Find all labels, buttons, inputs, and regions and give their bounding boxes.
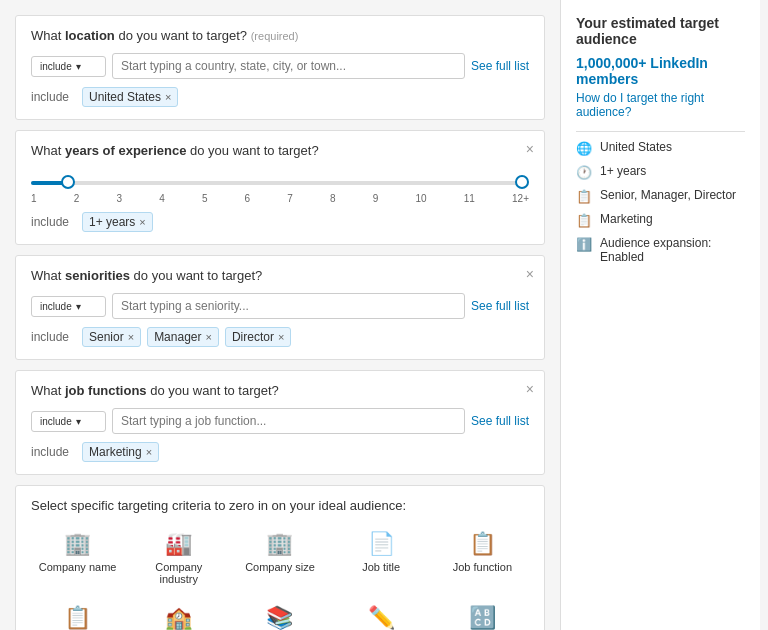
location-tag-us-remove[interactable]: × [165,91,171,103]
sidebar-divider [576,131,745,132]
job-function-tag-marketing-remove[interactable]: × [146,446,152,458]
targeting-company-name[interactable]: 🏢 Company name [31,525,124,591]
seniorities-see-full-list-link[interactable]: See full list [471,299,529,313]
location-see-full-list-link[interactable]: See full list [471,59,529,73]
company-industry-label: Company industry [138,561,219,585]
seniority-icon: 📋 [576,189,592,204]
seniorities-title: What seniorities do you want to target? [31,268,529,283]
targeting-company-industry[interactable]: 🏭 Company industry [132,525,225,591]
experience-include-label: include [31,215,76,229]
targeting-member-schools[interactable]: 🏫 Member schools [132,599,225,630]
chevron-down-icon: ▾ [76,416,81,427]
company-size-label: Company size [245,561,315,573]
job-seniority-icon: 📋 [64,605,91,630]
job-functions-close-button[interactable]: × [526,381,534,397]
seniorities-include-label: include [31,330,76,344]
targeting-job-function[interactable]: 📋 Job function [436,525,529,591]
targeting-job-title[interactable]: 📄 Job title [335,525,428,591]
location-search-input[interactable] [112,53,465,79]
sidebar-item-location: 🌐 United States [576,140,745,156]
job-functions-section: × What job functions do you want to targ… [15,370,545,475]
location-tags-row: include United States × [31,87,529,107]
location-include-select[interactable]: include ▾ [31,56,106,77]
job-functions-input-row: include ▾ See full list [31,408,529,434]
job-functions-search-input[interactable] [112,408,465,434]
chevron-down-icon: ▾ [76,301,81,312]
location-include-label: include [31,90,76,104]
info-circle-icon: ℹ️ [576,237,592,252]
audience-count: 1,000,000+ LinkedIn members [576,55,745,87]
how-to-target-link[interactable]: How do I target the right audience? [576,91,745,119]
slider-thumb-left[interactable] [61,175,75,189]
targeting-criteria-title: Select specific targeting criteria to ze… [31,498,529,513]
experience-tags-row: include 1+ years × [31,212,529,232]
member-schools-icon: 🏫 [165,605,192,630]
targeting-company-size[interactable]: 🏢 Company size [233,525,326,591]
slider-thumb-right[interactable] [515,175,529,189]
experience-close-button[interactable]: × [526,141,534,157]
member-skills-icon: 🔠 [469,605,496,630]
seniorities-search-input[interactable] [112,293,465,319]
fields-of-study-icon: 📚 [266,605,293,630]
location-title: What location do you want to target? (re… [31,28,529,43]
experience-slider[interactable]: 123456789101112+ [31,168,529,212]
job-title-label: Job title [362,561,400,573]
job-function-label: Job function [453,561,512,573]
location-tag-us: United States × [82,87,178,107]
targeting-member-skills[interactable]: 🔠 Member skills [436,599,529,630]
targeting-fields-of-study[interactable]: 📚 Fields of study [233,599,326,630]
required-label: (required) [251,30,299,42]
marketing-icon: 📋 [576,213,592,228]
seniority-tag-director-remove[interactable]: × [278,331,284,343]
sidebar-item-audience-expansion: ℹ️ Audience expansion: Enabled [576,236,745,264]
main-content: What location do you want to target? (re… [0,0,560,630]
experience-tag-remove[interactable]: × [139,216,145,228]
seniority-tag-senior-remove[interactable]: × [128,331,134,343]
location-input-row: include ▾ See full list [31,53,529,79]
job-functions-include-select[interactable]: include ▾ [31,411,106,432]
slider-track [31,181,529,185]
targeting-degrees[interactable]: ✏️ Degrees [335,599,428,630]
seniorities-include-select[interactable]: include ▾ [31,296,106,317]
company-name-icon: 🏢 [64,531,91,557]
experience-title: What years of experience do you want to … [31,143,529,158]
sidebar-item-seniority: 📋 Senior, Manager, Director [576,188,745,204]
seniority-tag-manager: Manager × [147,327,219,347]
seniorities-close-button[interactable]: × [526,266,534,282]
sidebar-item-marketing: 📋 Marketing [576,212,745,228]
seniorities-tags-row: include Senior × Manager × Director × [31,327,529,347]
seniorities-section: × What seniorities do you want to target… [15,255,545,360]
seniorities-input-row: include ▾ See full list [31,293,529,319]
job-function-icon: 📋 [469,531,496,557]
job-title-icon: 📄 [368,531,395,557]
chevron-down-icon: ▾ [76,61,81,72]
slider-labels: 123456789101112+ [31,193,529,204]
job-functions-include-label: include [31,445,76,459]
company-size-icon: 🏢 [266,531,293,557]
clock-icon: 🕐 [576,165,592,180]
company-name-label: Company name [39,561,117,573]
globe-icon: 🌐 [576,141,592,156]
seniority-tag-manager-remove[interactable]: × [206,331,212,343]
job-functions-title: What job functions do you want to target… [31,383,529,398]
experience-section: × What years of experience do you want t… [15,130,545,245]
location-section: What location do you want to target? (re… [15,15,545,120]
seniority-tag-senior: Senior × [82,327,141,347]
targeting-criteria-section: Select specific targeting criteria to ze… [15,485,545,630]
company-industry-icon: 🏭 [165,531,192,557]
job-functions-see-full-list-link[interactable]: See full list [471,414,529,428]
sidebar-item-experience: 🕐 1+ years [576,164,745,180]
sidebar-title: Your estimated target audience [576,15,745,47]
experience-tag: 1+ years × [82,212,153,232]
degrees-icon: ✏️ [368,605,395,630]
targeting-grid: 🏢 Company name 🏭 Company industry 🏢 Comp… [31,525,529,630]
job-functions-tags-row: include Marketing × [31,442,529,462]
job-function-tag-marketing: Marketing × [82,442,159,462]
seniority-tag-director: Director × [225,327,291,347]
sidebar: Your estimated target audience 1,000,000… [560,0,760,630]
targeting-job-seniority[interactable]: 📋 Job seniority [31,599,124,630]
